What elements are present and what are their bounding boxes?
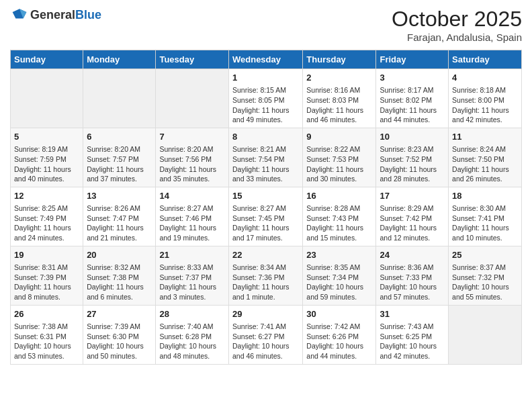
calendar-cell: 2Sunrise: 8:16 AMSunset: 8:03 PMDaylight…	[303, 69, 376, 128]
day-info: Sunrise: 8:37 AMSunset: 7:32 PMDaylight:…	[452, 263, 518, 302]
day-info: Sunrise: 8:27 AMSunset: 7:46 PMDaylight:…	[159, 203, 225, 243]
calendar-cell: 14Sunrise: 8:27 AMSunset: 7:46 PMDayligh…	[156, 187, 229, 246]
calendar-week-row: 26Sunrise: 7:38 AMSunset: 6:31 PMDayligh…	[11, 305, 522, 364]
logo-text-blue: Blue	[75, 8, 101, 21]
calendar-cell: 27Sunrise: 7:39 AMSunset: 6:30 PMDayligh…	[83, 305, 156, 364]
calendar-cell	[83, 69, 156, 128]
calendar-cell: 26Sunrise: 7:38 AMSunset: 6:31 PMDayligh…	[11, 305, 83, 364]
calendar-header-row: SundayMondayTuesdayWednesdayThursdayFrid…	[11, 50, 522, 69]
calendar-cell: 28Sunrise: 7:40 AMSunset: 6:28 PMDayligh…	[156, 305, 229, 364]
day-info: Sunrise: 7:42 AMSunset: 6:26 PMDaylight:…	[306, 322, 372, 361]
day-info: Sunrise: 8:23 AMSunset: 7:52 PMDaylight:…	[380, 144, 445, 184]
calendar-cell: 18Sunrise: 8:30 AMSunset: 7:41 PMDayligh…	[449, 187, 522, 246]
calendar-cell: 10Sunrise: 8:23 AMSunset: 7:52 PMDayligh…	[376, 128, 449, 187]
calendar-cell: 12Sunrise: 8:25 AMSunset: 7:49 PMDayligh…	[11, 187, 83, 246]
day-number: 15	[232, 190, 299, 202]
calendar-week-row: 5Sunrise: 8:19 AMSunset: 7:59 PMDaylight…	[11, 128, 522, 187]
day-info: Sunrise: 7:38 AMSunset: 6:31 PMDaylight:…	[14, 322, 79, 361]
day-info: Sunrise: 8:25 AMSunset: 7:49 PMDaylight:…	[14, 203, 79, 243]
day-info: Sunrise: 7:40 AMSunset: 6:28 PMDaylight:…	[159, 322, 225, 361]
day-info: Sunrise: 7:41 AMSunset: 6:27 PMDaylight:…	[232, 322, 299, 361]
day-number: 24	[380, 249, 445, 261]
calendar-cell	[11, 69, 83, 128]
day-info: Sunrise: 8:16 AMSunset: 8:03 PMDaylight:…	[306, 85, 372, 125]
day-info: Sunrise: 8:36 AMSunset: 7:33 PMDaylight:…	[380, 263, 445, 302]
calendar-cell: 19Sunrise: 8:31 AMSunset: 7:39 PMDayligh…	[11, 246, 83, 305]
day-info: Sunrise: 8:21 AMSunset: 7:54 PMDaylight:…	[232, 144, 299, 184]
day-info: Sunrise: 7:43 AMSunset: 6:25 PMDaylight:…	[380, 322, 445, 361]
day-info: Sunrise: 8:20 AMSunset: 7:56 PMDaylight:…	[159, 144, 225, 184]
day-number: 18	[452, 190, 518, 202]
day-number: 12	[14, 190, 79, 202]
day-number: 23	[306, 249, 372, 261]
day-number: 26	[14, 308, 79, 320]
day-number: 6	[87, 131, 152, 143]
calendar-cell: 11Sunrise: 8:24 AMSunset: 7:50 PMDayligh…	[449, 128, 522, 187]
calendar-cell: 1Sunrise: 8:15 AMSunset: 8:05 PMDaylight…	[228, 69, 302, 128]
day-number: 17	[380, 190, 445, 202]
day-number: 28	[159, 308, 225, 320]
day-number: 19	[14, 249, 79, 261]
day-number: 9	[306, 131, 372, 143]
day-info: Sunrise: 8:15 AMSunset: 8:05 PMDaylight:…	[232, 85, 299, 125]
calendar-cell: 17Sunrise: 8:29 AMSunset: 7:42 PMDayligh…	[376, 187, 449, 246]
day-number: 13	[87, 190, 152, 202]
calendar-day-header: Wednesday	[228, 50, 302, 69]
calendar-cell: 20Sunrise: 8:32 AMSunset: 7:38 PMDayligh…	[83, 246, 156, 305]
day-info: Sunrise: 8:19 AMSunset: 7:59 PMDaylight:…	[14, 144, 79, 184]
calendar-day-header: Monday	[83, 50, 156, 69]
calendar-day-header: Tuesday	[156, 50, 229, 69]
calendar-cell: 3Sunrise: 8:17 AMSunset: 8:02 PMDaylight…	[376, 69, 449, 128]
calendar-week-row: 1Sunrise: 8:15 AMSunset: 8:05 PMDaylight…	[11, 69, 522, 128]
calendar-cell: 13Sunrise: 8:26 AMSunset: 7:47 PMDayligh…	[83, 187, 156, 246]
calendar-cell: 24Sunrise: 8:36 AMSunset: 7:33 PMDayligh…	[376, 246, 449, 305]
calendar-cell: 9Sunrise: 8:22 AMSunset: 7:53 PMDaylight…	[303, 128, 376, 187]
calendar-cell: 29Sunrise: 7:41 AMSunset: 6:27 PMDayligh…	[228, 305, 302, 364]
day-info: Sunrise: 8:24 AMSunset: 7:50 PMDaylight:…	[452, 144, 518, 184]
calendar-day-header: Saturday	[449, 50, 522, 69]
day-info: Sunrise: 8:33 AMSunset: 7:37 PMDaylight:…	[159, 263, 225, 302]
day-number: 25	[452, 249, 518, 261]
calendar-cell: 21Sunrise: 8:33 AMSunset: 7:37 PMDayligh…	[156, 246, 229, 305]
title-block: October 2025 Farajan, Andalusia, Spain	[392, 7, 522, 43]
logo: GeneralBlue	[10, 7, 101, 23]
day-info: Sunrise: 8:31 AMSunset: 7:39 PMDaylight:…	[14, 263, 79, 302]
calendar-cell: 8Sunrise: 8:21 AMSunset: 7:54 PMDaylight…	[228, 128, 302, 187]
day-number: 29	[232, 308, 299, 320]
month-title: October 2025	[392, 7, 522, 32]
calendar-table: SundayMondayTuesdayWednesdayThursdayFrid…	[10, 50, 522, 365]
day-number: 5	[14, 131, 79, 143]
logo-text-general: General	[30, 8, 75, 21]
calendar-cell: 31Sunrise: 7:43 AMSunset: 6:25 PMDayligh…	[376, 305, 449, 364]
day-number: 14	[159, 190, 225, 202]
day-info: Sunrise: 8:32 AMSunset: 7:38 PMDaylight:…	[87, 263, 152, 302]
calendar-day-header: Friday	[376, 50, 449, 69]
calendar-week-row: 19Sunrise: 8:31 AMSunset: 7:39 PMDayligh…	[11, 246, 522, 305]
day-number: 7	[159, 131, 225, 143]
calendar-cell: 5Sunrise: 8:19 AMSunset: 7:59 PMDaylight…	[11, 128, 83, 187]
day-info: Sunrise: 8:30 AMSunset: 7:41 PMDaylight:…	[452, 203, 518, 243]
day-number: 30	[306, 308, 372, 320]
day-info: Sunrise: 7:39 AMSunset: 6:30 PMDaylight:…	[87, 322, 152, 361]
calendar-cell: 25Sunrise: 8:37 AMSunset: 7:32 PMDayligh…	[449, 246, 522, 305]
day-info: Sunrise: 8:22 AMSunset: 7:53 PMDaylight:…	[306, 144, 372, 184]
calendar-cell: 22Sunrise: 8:34 AMSunset: 7:36 PMDayligh…	[228, 246, 302, 305]
calendar-body: 1Sunrise: 8:15 AMSunset: 8:05 PMDaylight…	[11, 69, 522, 365]
calendar-cell: 6Sunrise: 8:20 AMSunset: 7:57 PMDaylight…	[83, 128, 156, 187]
location-title: Farajan, Andalusia, Spain	[392, 32, 522, 43]
calendar-cell: 4Sunrise: 8:18 AMSunset: 8:00 PMDaylight…	[449, 69, 522, 128]
calendar-day-header: Thursday	[303, 50, 376, 69]
day-number: 27	[87, 308, 152, 320]
day-number: 31	[380, 308, 445, 320]
day-number: 11	[452, 131, 518, 143]
day-number: 22	[232, 249, 299, 261]
calendar-cell	[449, 305, 522, 364]
day-number: 21	[159, 249, 225, 261]
page-header: GeneralBlue October 2025 Farajan, Andalu…	[10, 7, 522, 43]
logo-icon	[11, 7, 28, 23]
calendar-cell: 15Sunrise: 8:27 AMSunset: 7:45 PMDayligh…	[228, 187, 302, 246]
calendar-cell: 30Sunrise: 7:42 AMSunset: 6:26 PMDayligh…	[303, 305, 376, 364]
day-info: Sunrise: 8:28 AMSunset: 7:43 PMDaylight:…	[306, 203, 372, 243]
day-number: 4	[452, 72, 518, 84]
day-number: 8	[232, 131, 299, 143]
